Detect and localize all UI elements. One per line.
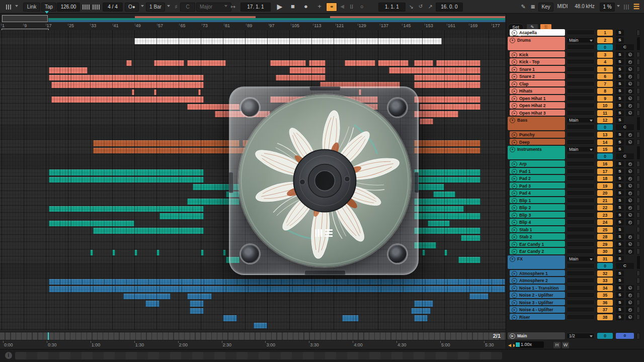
io-slot[interactable] xyxy=(567,241,595,247)
clip[interactable] xyxy=(414,97,480,103)
io-slot[interactable] xyxy=(567,227,595,232)
clip[interactable] xyxy=(145,301,159,307)
solo-button[interactable]: S xyxy=(616,132,624,138)
midi-map-button[interactable]: MIDI xyxy=(555,3,570,11)
arrangement-lane-noise-1-transition[interactable] xyxy=(0,293,506,301)
solo-button[interactable]: S xyxy=(616,219,624,225)
track-number-badge[interactable]: 24 xyxy=(597,219,613,225)
solo-button[interactable]: S xyxy=(616,227,624,233)
track-name-clap[interactable]: ▸Clap xyxy=(510,80,565,87)
monitor-value[interactable]: 0 xyxy=(597,44,613,50)
main-pan-value[interactable]: 0 xyxy=(616,333,634,339)
track-play-icon[interactable]: ▸ xyxy=(512,205,517,211)
track-play-icon[interactable]: ▸ xyxy=(512,52,517,58)
track-play-icon[interactable]: ▸ xyxy=(512,300,517,306)
arm-button[interactable] xyxy=(626,219,634,225)
track-number-badge[interactable]: 35 xyxy=(597,292,613,298)
track-name-stab-1[interactable]: ▸Stab 1 xyxy=(510,226,565,233)
solo-button[interactable]: S xyxy=(616,168,624,174)
io-slot[interactable] xyxy=(567,183,595,189)
track-number-badge[interactable]: 33 xyxy=(597,278,613,284)
track-play-icon[interactable]: ▸ xyxy=(512,271,517,277)
solo-button[interactable]: S xyxy=(616,205,624,211)
groove-amount-button[interactable]: O● xyxy=(125,3,139,12)
clip[interactable] xyxy=(414,148,480,154)
clip[interactable] xyxy=(93,140,240,146)
track-name-stab-2[interactable]: ▸Stab 2 xyxy=(510,233,565,240)
io-slot[interactable] xyxy=(567,234,595,239)
track-number-badge[interactable]: 20 xyxy=(597,190,613,196)
arrangement-lane-acapella[interactable] xyxy=(0,38,506,45)
solo-button[interactable]: S xyxy=(616,81,624,87)
main-monitor-value[interactable]: 0 xyxy=(597,333,613,339)
track-number-badge[interactable]: 14 xyxy=(597,139,613,145)
clip[interactable] xyxy=(132,89,135,96)
crossfade-assign[interactable]: C xyxy=(616,153,634,159)
solo-button[interactable]: S xyxy=(616,285,624,291)
arrangement-overview[interactable] xyxy=(2,15,506,23)
arm-button[interactable] xyxy=(626,88,634,94)
track-name-open-hihat-2[interactable]: ▸Open Hihat 2 xyxy=(510,102,565,109)
io-slot[interactable] xyxy=(567,110,595,116)
io-slot[interactable] xyxy=(567,292,595,298)
arm-button[interactable] xyxy=(626,300,634,306)
clip[interactable] xyxy=(414,60,434,66)
clip[interactable] xyxy=(420,119,434,125)
track-name-riser[interactable]: ▸Riser xyxy=(510,314,565,320)
monitor-value[interactable]: 0 xyxy=(597,124,613,130)
io-slot[interactable] xyxy=(567,30,595,35)
track-name-bass[interactable]: ▾Bass xyxy=(508,117,565,130)
nudge-up-icon[interactable] xyxy=(92,3,101,11)
track-name-pad-1[interactable]: ▸Pad 1 xyxy=(510,168,565,174)
clip[interactable] xyxy=(93,228,204,234)
solo-button[interactable]: S xyxy=(616,256,624,262)
track-play-icon[interactable]: ▸ xyxy=(512,140,517,145)
clip[interactable] xyxy=(342,315,359,321)
arm-button[interactable] xyxy=(626,103,634,109)
track-name-blip-4[interactable]: ▸Blip 4 xyxy=(510,219,565,225)
solo-button[interactable]: S xyxy=(616,198,624,204)
clip[interactable] xyxy=(436,60,480,66)
clip[interactable] xyxy=(428,221,450,227)
track-number-badge[interactable]: 23 xyxy=(597,212,613,218)
track-number-badge[interactable]: 11 xyxy=(597,110,613,116)
io-slot[interactable] xyxy=(567,300,595,305)
track-name-atmosphere-1[interactable]: ▸Atmosphere 1 xyxy=(510,270,565,277)
io-slot[interactable] xyxy=(567,278,595,283)
clip[interactable] xyxy=(414,177,480,183)
track-number-badge[interactable]: 9 xyxy=(597,96,613,102)
clip[interactable] xyxy=(154,60,185,66)
track-play-icon[interactable]: ▸ xyxy=(512,227,517,233)
track-play-icon[interactable]: ▸ xyxy=(512,161,517,167)
clip[interactable] xyxy=(420,104,480,110)
solo-button[interactable]: S xyxy=(616,139,624,145)
clip[interactable] xyxy=(414,199,480,205)
monitor-value[interactable]: 0 xyxy=(597,153,613,159)
track-play-icon[interactable]: ▸ xyxy=(512,234,517,240)
clip[interactable] xyxy=(190,308,204,314)
track-number-badge[interactable]: 28 xyxy=(597,234,613,240)
track-play-icon[interactable]: ▸ xyxy=(512,286,517,291)
overview-viewport-box[interactable] xyxy=(2,15,48,22)
clip[interactable] xyxy=(309,60,326,66)
key-map-button[interactable]: Key xyxy=(538,3,553,12)
clip[interactable] xyxy=(414,315,428,321)
solo-button[interactable]: S xyxy=(616,37,624,43)
track-name-acapella[interactable]: ▸Acapella xyxy=(510,29,565,36)
clip[interactable] xyxy=(51,97,204,103)
re-enable-automation-icon[interactable]: ◀ xyxy=(339,3,345,11)
group-fold-icon[interactable]: ▾ xyxy=(510,118,515,123)
clip[interactable] xyxy=(187,60,226,66)
track-number-badge[interactable]: 38 xyxy=(597,314,613,320)
arm-button[interactable] xyxy=(626,198,634,204)
track-number-badge[interactable]: 25 xyxy=(597,227,613,233)
solo-button[interactable]: S xyxy=(616,314,624,320)
clip[interactable] xyxy=(49,177,204,183)
track-play-icon[interactable]: ▸ xyxy=(512,132,517,138)
arm-button[interactable] xyxy=(626,241,634,247)
arm-button[interactable] xyxy=(626,307,634,313)
clip[interactable] xyxy=(414,206,464,212)
arm-button[interactable] xyxy=(626,285,634,291)
track-number-badge[interactable]: 12 xyxy=(597,117,613,123)
track-number-badge[interactable]: 18 xyxy=(597,175,613,182)
